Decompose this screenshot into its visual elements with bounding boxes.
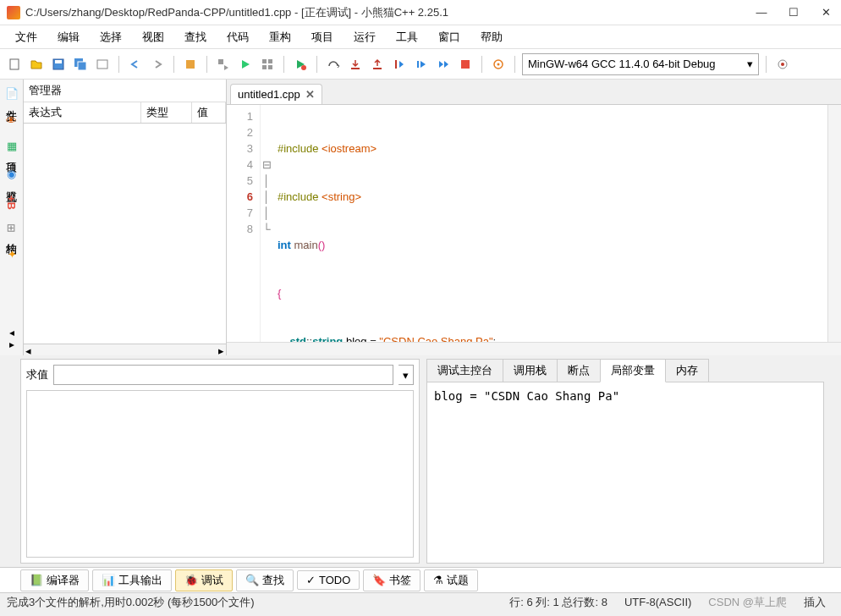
menu-select[interactable]: 选择 [91,27,130,47]
statusbar: 完成3个文件的解析,用时0.002秒 (每秒1500个文件) 行: 6 列: 1… [0,592,841,611]
svg-rect-5 [97,60,107,69]
tab-label: untitled1.cpp [238,88,300,101]
compile-icon[interactable] [181,55,200,74]
code-editor[interactable]: 12345 ➔6 78 ⊟│││└ #include <iostream> #i… [227,105,841,342]
menu-refactor[interactable]: 重构 [261,27,300,47]
watch-header: 表达式 类型 值 [24,102,226,124]
code-area[interactable]: #include <iostream> #include <string> in… [272,105,827,342]
btab-find[interactable]: 🔍查找 [236,569,294,591]
editor-hscroll[interactable] [227,342,841,355]
step-out-icon[interactable] [368,55,387,74]
redo-icon[interactable] [148,55,167,74]
menu-window[interactable]: 窗口 [430,27,469,47]
close-button[interactable]: ✕ [817,6,834,19]
status-mode: 插入 [795,595,834,610]
tab-locals[interactable]: 局部变量 [600,359,666,382]
menubar: 文件 编辑 选择 视图 查找 代码 重构 项目 运行 工具 窗口 帮助 [0,25,841,49]
watermark: CSDN @草上爬 [700,595,795,610]
save-icon[interactable] [49,55,68,74]
locals-view[interactable]: blog = "CSDN Cao Shang Pa" [426,382,824,564]
settings-icon[interactable] [773,55,792,74]
col-type[interactable]: 类型 [141,102,192,123]
minimize-button[interactable]: — [753,6,770,19]
spine-watch2[interactable]: ◉监视 [3,162,21,187]
col-expr[interactable]: 表达式 [24,102,141,123]
btab-debug[interactable]: 🐞调试 [175,569,233,591]
col-val[interactable]: 值 [192,102,226,123]
menu-find[interactable]: 查找 [176,27,215,47]
save-all-icon[interactable] [71,55,90,74]
panel-hscroll[interactable]: ◂▸ [24,344,226,355]
compile-run-icon[interactable] [214,55,233,74]
continue-icon[interactable] [412,55,431,74]
compiler-label: MinGW-w64 GCC 11.4.0 64-bit Debug [528,58,716,70]
debug-icon[interactable] [291,55,310,74]
panel-title: 管理器 [24,80,226,102]
btab-tool-output[interactable]: 📊工具输出 [92,569,172,591]
svg-rect-14 [373,68,382,69]
menu-tools[interactable]: 工具 [388,27,426,47]
spine-files[interactable]: 📄文件 [3,81,21,107]
profiler-icon[interactable] [489,55,508,74]
tab-call-stack[interactable]: 调用栈 [503,359,558,382]
maximize-button[interactable]: ☐ [785,6,802,19]
tab-debug-console[interactable]: 调试主控台 [426,359,503,382]
evaluate-panel: 求值 ▾ [20,359,420,564]
btab-bookmark[interactable]: 🔖书签 [363,569,420,591]
new-file-icon[interactable] [5,55,24,74]
bottom-tabbar: 📗编译器 📊工具输出 🐞调试 🔍查找 ✓TODO 🔖书签 ⚗试题 [0,567,841,592]
menu-edit[interactable]: 编辑 [49,27,88,47]
status-position: 行: 6 列: 1 总行数: 8 [501,595,616,610]
titlebar: C:/Users/zhang/Desktop/RedPanda-CPP/unti… [0,0,841,25]
run-icon[interactable] [236,55,255,74]
menu-help[interactable]: 帮助 [472,27,511,47]
rebuild-icon[interactable] [258,55,277,74]
svg-rect-9 [268,59,272,63]
left-spine: 📄文件 👁 ▦项目 ◉监视 +B ⊞结构 ✦ ◂▸ [0,80,24,355]
spine-collapse[interactable]: ◂▸ [4,322,19,355]
tab-breakpoints[interactable]: 断点 [557,359,601,382]
btab-problem[interactable]: ⚗试题 [424,569,478,591]
eval-result[interactable] [26,390,414,558]
svg-rect-15 [395,60,397,69]
editor-vscroll[interactable] [827,105,841,342]
menu-run[interactable]: 运行 [345,27,384,47]
svg-rect-0 [10,59,19,69]
svg-point-19 [497,63,500,65]
watch-body[interactable] [24,124,226,344]
svg-point-12 [301,65,306,70]
spine-add[interactable]: +B [3,190,19,215]
line-gutter[interactable]: 12345 ➔6 78 [227,105,261,342]
eval-dropdown-icon[interactable]: ▾ [399,365,414,385]
spine-watch[interactable]: 👁 [3,110,19,131]
continue-fast-icon[interactable] [434,55,453,74]
open-file-icon[interactable] [27,55,46,74]
undo-icon[interactable] [126,55,145,74]
debug-panel: 调试主控台 调用栈 断点 局部变量 内存 blog = "CSDN Cao Sh… [426,359,824,564]
menu-code[interactable]: 代码 [218,27,257,47]
run-to-cursor-icon[interactable] [390,55,409,74]
spine-struct[interactable]: ⊞结构 [3,218,21,239]
eval-label: 求值 [26,367,48,382]
btab-todo[interactable]: ✓TODO [297,570,360,590]
menu-project[interactable]: 项目 [303,27,342,47]
window-title: C:/Users/zhang/Desktop/RedPanda-CPP/unti… [25,5,753,20]
spine-more[interactable]: ✦ [3,243,19,266]
compiler-select[interactable]: MinGW-w64 GCC 11.4.0 64-bit Debug ▾ [522,53,759,75]
file-tab[interactable]: untitled1.cpp ✕ [230,84,322,104]
tab-memory[interactable]: 内存 [665,359,709,382]
chevron-down-icon: ▾ [747,58,753,70]
options-icon[interactable] [93,55,112,74]
eval-input[interactable] [53,365,393,385]
spine-project[interactable]: ▦项目 [3,135,21,159]
menu-file[interactable]: 文件 [7,27,46,47]
menu-view[interactable]: 视图 [134,27,173,47]
svg-rect-11 [268,65,272,69]
btab-compiler[interactable]: 📗编译器 [20,569,89,591]
stop-icon[interactable] [456,55,475,74]
step-over-icon[interactable] [324,55,343,74]
tab-close-icon[interactable]: ✕ [305,88,315,101]
status-parse: 完成3个文件的解析,用时0.002秒 (每秒1500个文件) [7,595,501,610]
step-into-icon[interactable] [346,55,365,74]
fold-column[interactable]: ⊟│││└ [261,105,272,342]
